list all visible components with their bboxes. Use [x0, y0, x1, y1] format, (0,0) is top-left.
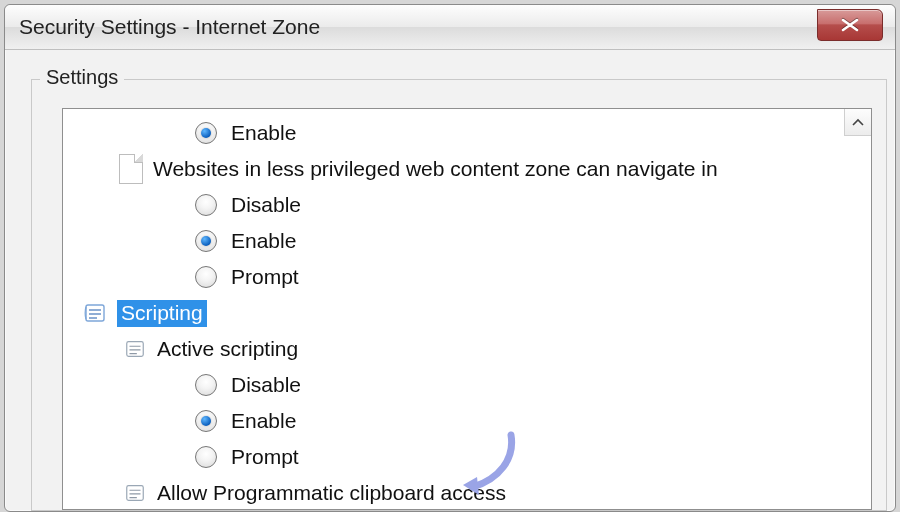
- option-label: Prompt: [231, 265, 299, 289]
- radio-icon: [195, 410, 217, 432]
- groupbox-label: Settings: [40, 66, 124, 89]
- radio-option-enable[interactable]: Enable: [63, 403, 871, 439]
- tree-item-label: Websites in less privileged web content …: [153, 157, 718, 181]
- tree-category-label: Scripting: [117, 300, 207, 327]
- tree-item-active-scripting[interactable]: Active scripting: [63, 331, 871, 367]
- radio-option-prompt[interactable]: Prompt: [63, 439, 871, 475]
- scroll-up-button[interactable]: [844, 109, 871, 136]
- radio-icon: [195, 266, 217, 288]
- option-label: Prompt: [231, 445, 299, 469]
- radio-icon: [195, 122, 217, 144]
- tree-item-label: Allow Programmatic clipboard access: [157, 481, 506, 505]
- script-category-icon: [83, 301, 107, 325]
- radio-icon: [195, 374, 217, 396]
- radio-option-disable[interactable]: Disable: [63, 367, 871, 403]
- tree-item-websites-navigate[interactable]: Websites in less privileged web content …: [63, 151, 871, 187]
- window-title: Security Settings - Internet Zone: [19, 15, 320, 39]
- dialog-window: Security Settings - Internet Zone Settin…: [4, 4, 896, 512]
- tree-item-label: Active scripting: [157, 337, 298, 361]
- close-icon: [839, 18, 861, 32]
- option-label: Disable: [231, 193, 301, 217]
- tree-item-clipboard-access[interactable]: Allow Programmatic clipboard access: [63, 475, 871, 510]
- close-button[interactable]: [817, 9, 883, 41]
- radio-icon: [195, 446, 217, 468]
- radio-icon: [195, 230, 217, 252]
- option-label: Disable: [231, 373, 301, 397]
- option-label: Enable: [231, 409, 296, 433]
- radio-option-enable[interactable]: Enable: [63, 115, 871, 151]
- tree-category-scripting[interactable]: Scripting: [63, 295, 871, 331]
- settings-groupbox: Settings Enable Websites in less privile…: [31, 79, 887, 511]
- radio-icon: [195, 194, 217, 216]
- script-icon: [123, 337, 147, 361]
- page-icon: [119, 154, 143, 184]
- radio-option-prompt[interactable]: Prompt: [63, 259, 871, 295]
- chevron-up-icon: [852, 118, 864, 126]
- radio-option-enable[interactable]: Enable: [63, 223, 871, 259]
- settings-tree[interactable]: Enable Websites in less privileged web c…: [62, 108, 872, 510]
- option-label: Enable: [231, 121, 296, 145]
- radio-option-disable[interactable]: Disable: [63, 187, 871, 223]
- script-icon: [123, 481, 147, 505]
- option-label: Enable: [231, 229, 296, 253]
- titlebar: Security Settings - Internet Zone: [5, 5, 895, 50]
